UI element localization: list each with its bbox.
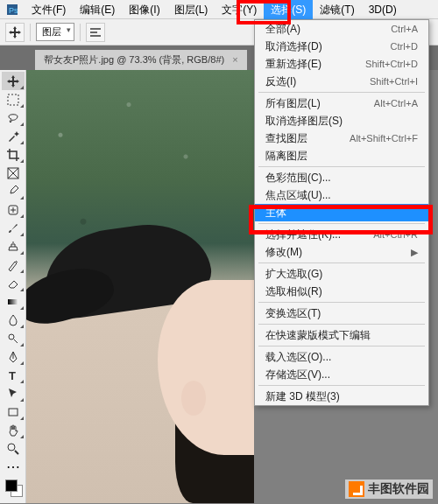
menu-item[interactable]: 选择并遮住(K)...Alt+Ctrl+R [255,226,428,243]
zoom-tool[interactable] [2,439,25,458]
svg-rect-2 [90,28,101,30]
menu-item[interactable]: 选取相似(R) [255,283,428,300]
menu-item[interactable]: 载入选区(O)... [255,348,428,366]
menu-separator [258,302,425,303]
menu-item-label: 取消选择图层(S) [265,114,343,129]
blur-tool[interactable] [2,311,25,329]
menu-3d[interactable]: 3D(D) [362,0,404,19]
menu-item-shortcut: ▶ [411,247,418,258]
hand-tool[interactable] [2,421,25,439]
photo-content [158,280,254,455]
menu-item-label: 在快速蒙版模式下编辑 [265,328,371,343]
menu-separator [258,166,425,167]
healing-brush-tool[interactable] [2,200,25,219]
menu-item[interactable]: 重新选择(E)Shift+Ctrl+D [255,55,428,73]
frame-tool[interactable] [2,164,25,182]
menu-item-label: 载入选区(O)... [265,350,331,365]
canvas-area[interactable] [26,70,254,503]
crop-tool[interactable] [2,145,25,164]
svg-text:Ps: Ps [9,6,18,15]
lasso-tool[interactable] [2,108,25,127]
menu-item[interactable]: 修改(M)▶ [255,243,428,261]
menu-separator [258,223,425,224]
menu-filter[interactable]: 滤镜(T) [313,0,361,19]
menu-separator [258,346,425,346]
eyedropper-tool[interactable] [2,182,25,200]
menu-item[interactable]: 取消选择(D)Ctrl+D [255,38,428,55]
menu-item[interactable]: 全部(A)Ctrl+A [255,20,428,38]
menu-item-shortcut: Alt+Ctrl+R [373,229,418,240]
menu-item[interactable]: 隔离图层 [255,147,428,164]
rectangle-tool[interactable] [2,402,25,421]
move-tool-icon[interactable] [5,23,25,42]
layer-select-dropdown[interactable]: 图层 [36,23,74,41]
type-tool[interactable]: T [2,366,25,384]
menu-item-label: 存储选区(V)... [265,368,330,382]
menu-file[interactable]: 文件(F) [25,0,73,19]
menu-item-label: 新建 3D 模型(3) [265,389,340,404]
menubar: Ps 文件(F) 编辑(E) 图像(I) 图层(L) 文字(Y) 选择(S) 滤… [0,0,438,19]
clone-stamp-tool[interactable] [2,237,25,256]
menu-item[interactable]: 变换选区(T) [255,304,428,322]
menu-item-label: 查找图层 [265,131,307,146]
marquee-tool[interactable] [2,90,25,108]
menu-item[interactable]: 新建 3D 模型(3) [255,388,428,405]
menu-item[interactable]: 焦点区域(U)... [255,186,428,204]
path-selection-tool[interactable] [2,384,25,402]
gradient-tool[interactable] [2,292,25,311]
color-swatch[interactable] [4,478,23,497]
menu-text[interactable]: 文字(Y) [215,0,264,19]
brush-tool[interactable] [2,219,25,237]
menu-item-label: 主体 [265,206,286,220]
edit-toolbar[interactable]: ⋯ [2,458,25,476]
menu-item-label: 反选(I) [265,74,296,89]
menu-item-shortcut: Alt+Shift+Ctrl+F [350,133,418,144]
menu-item[interactable]: 存储选区(V)... [255,366,428,383]
menu-item-label: 取消选择(D) [265,39,322,54]
menu-item-shortcut: Alt+Ctrl+A [374,98,418,108]
menu-select[interactable]: 选择(S) [264,0,313,19]
menu-separator [258,262,425,263]
menu-item[interactable]: 扩大选取(G) [255,265,428,283]
svg-text:T: T [9,369,16,382]
pen-tool[interactable] [2,347,25,366]
menu-item[interactable]: 在快速蒙版模式下编辑 [255,326,428,344]
menu-item-label: 色彩范围(C)... [265,171,331,186]
history-brush-tool[interactable] [2,256,25,274]
menu-item-shortcut: Ctrl+A [391,24,418,34]
eraser-tool[interactable] [2,274,25,292]
menu-item-label: 选取相似(R) [265,284,322,299]
align-icon[interactable] [86,23,105,42]
svg-rect-3 [90,32,97,33]
menu-item-shortcut: Ctrl+D [391,41,418,52]
dodge-tool[interactable] [2,329,25,347]
menu-item-label: 修改(M) [265,245,302,260]
move-tool[interactable] [2,72,25,90]
document-tab[interactable]: 帮女友P照片.jpg @ 73.3% (背景, RGB/8#) × [35,50,247,70]
menu-item[interactable]: 查找图层Alt+Shift+Ctrl+F [255,130,428,147]
watermark-text: 丰图软件园 [368,481,429,497]
svg-point-9 [9,334,14,340]
menu-item[interactable]: 主体 [255,204,428,221]
menu-item[interactable]: 色彩范围(C)... [255,169,428,186]
separator [30,24,31,41]
magic-wand-tool[interactable] [2,127,25,145]
menu-item-label: 变换选区(T) [265,306,321,321]
menu-item-label: 所有图层(L) [265,96,321,111]
tab-title: 帮女友P照片.jpg @ 73.3% (背景, RGB/8#) [44,54,224,65]
menu-item[interactable]: 取消选择图层(S) [255,112,428,130]
menu-item-label: 重新选择(E) [265,57,321,72]
menu-item-label: 全部(A) [265,22,300,37]
app-logo: Ps [0,0,25,19]
close-icon[interactable]: × [232,54,237,65]
menu-item[interactable]: 所有图层(L)Alt+Ctrl+A [255,94,428,112]
svg-point-12 [8,444,15,451]
menu-image[interactable]: 图像(I) [122,0,166,19]
menu-item-label: 选择并遮住(K)... [265,228,341,242]
menu-item[interactable]: 反选(I)Shift+Ctrl+I [255,73,428,90]
separator [80,24,81,41]
menu-layer[interactable]: 图层(L) [167,0,215,19]
watermark-logo-icon [349,481,364,497]
watermark: 丰图软件园 [345,480,433,499]
menu-edit[interactable]: 编辑(E) [73,0,122,19]
